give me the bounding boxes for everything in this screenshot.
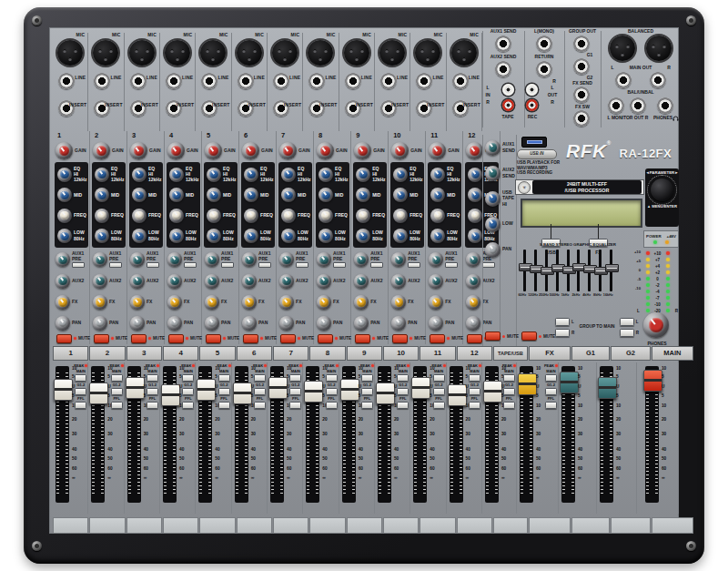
- aux2-knob[interactable]: [130, 274, 145, 289]
- eq-hi-knob[interactable]: [430, 168, 445, 182]
- fx-send-knob[interactable]: [56, 295, 70, 310]
- aux1-knob[interactable]: [429, 252, 443, 267]
- eq-low-knob[interactable]: [393, 229, 408, 243]
- aux1-knob[interactable]: [391, 252, 406, 267]
- tape-aux1-knob[interactable]: [485, 140, 500, 156]
- mute-button[interactable]: [243, 334, 258, 343]
- gain-knob[interactable]: [466, 142, 483, 159]
- eq-low-knob[interactable]: [281, 229, 296, 243]
- pre-button[interactable]: [408, 262, 420, 268]
- eq-hi-knob[interactable]: [318, 168, 333, 182]
- fx-mute-button[interactable]: [521, 331, 537, 341]
- aux1-knob[interactable]: [242, 252, 257, 267]
- fx-send-knob[interactable]: [130, 295, 145, 310]
- pre-button[interactable]: [296, 262, 308, 268]
- pre-button[interactable]: [184, 262, 197, 268]
- fader-handle[interactable]: [340, 379, 359, 401]
- pre-button[interactable]: [258, 262, 271, 268]
- channel-pfl-button[interactable]: [218, 402, 230, 409]
- eq-mid-knob[interactable]: [132, 188, 147, 202]
- pre-button[interactable]: [72, 262, 85, 268]
- channel-route-main-button[interactable]: [326, 374, 338, 382]
- gain-knob[interactable]: [242, 142, 259, 159]
- fader-handle[interactable]: [304, 381, 323, 403]
- eq-low-knob[interactable]: [244, 229, 258, 243]
- pan-knob[interactable]: [354, 316, 369, 331]
- pan-knob[interactable]: [279, 316, 294, 331]
- eq-mid-freq-knob[interactable]: [356, 209, 370, 223]
- channel-route-g12-button[interactable]: [289, 388, 301, 395]
- geq-slider-track[interactable]: [577, 250, 580, 291]
- fx-send-knob[interactable]: [205, 295, 219, 310]
- eq-hi-knob[interactable]: [468, 168, 482, 182]
- eq-hi-knob[interactable]: [207, 168, 221, 182]
- eq-low-knob[interactable]: [207, 229, 221, 243]
- eq-mid-knob[interactable]: [207, 188, 221, 202]
- g2-to-main-r-button[interactable]: [620, 329, 634, 337]
- eq-mid-freq-knob[interactable]: [169, 209, 184, 223]
- channel-pfl-button[interactable]: [326, 402, 338, 409]
- eq-low-knob[interactable]: [132, 229, 147, 243]
- tape-low-knob[interactable]: [485, 217, 500, 232]
- channel-pfl-button[interactable]: [469, 402, 480, 409]
- fx-send-knob[interactable]: [354, 295, 369, 310]
- eq-hi-knob[interactable]: [57, 168, 72, 182]
- eq-mid-knob[interactable]: [281, 188, 296, 202]
- pre-button[interactable]: [445, 262, 458, 268]
- geq-slider-track[interactable]: [523, 250, 526, 291]
- geq-slider-track[interactable]: [610, 250, 612, 291]
- eq-mid-knob[interactable]: [169, 188, 184, 202]
- aux1-knob[interactable]: [93, 252, 107, 267]
- eq-low-knob[interactable]: [57, 229, 72, 243]
- channel-route-g12-button[interactable]: [361, 388, 373, 395]
- tape-usb-mute-button[interactable]: [485, 331, 500, 341]
- eq-mid-knob[interactable]: [393, 188, 408, 202]
- gain-knob[interactable]: [429, 142, 446, 159]
- pan-knob[interactable]: [317, 316, 331, 331]
- gain-knob[interactable]: [391, 142, 409, 159]
- eq-mid-knob[interactable]: [356, 188, 370, 202]
- geq-slider-handle[interactable]: [605, 264, 619, 272]
- channel-route-main-button[interactable]: [218, 374, 230, 382]
- channel-route-g12-button[interactable]: [433, 388, 445, 395]
- mute-button[interactable]: [206, 334, 221, 343]
- fader-handle[interactable]: [268, 377, 288, 399]
- pan-knob[interactable]: [130, 316, 145, 331]
- tape-pan-knob[interactable]: [485, 242, 500, 258]
- gain-knob[interactable]: [354, 142, 371, 159]
- eq-hi-knob[interactable]: [281, 168, 296, 182]
- pre-button[interactable]: [370, 262, 383, 268]
- channel-route-main-button[interactable]: [397, 374, 409, 382]
- eq-low-knob[interactable]: [468, 229, 482, 243]
- mute-button[interactable]: [280, 334, 296, 343]
- fader-handle[interactable]: [483, 381, 502, 403]
- fx-send-knob[interactable]: [93, 295, 107, 310]
- channel-route-g12-button[interactable]: [111, 388, 123, 395]
- aux2-knob[interactable]: [242, 274, 257, 289]
- aux1-knob[interactable]: [167, 252, 182, 267]
- aux2-knob[interactable]: [429, 274, 443, 289]
- aux1-knob[interactable]: [130, 252, 145, 267]
- channel-route-g12-button[interactable]: [469, 388, 480, 395]
- fader-handle[interactable]: [518, 373, 537, 395]
- channel-route-main-button[interactable]: [75, 374, 86, 382]
- channel-pfl-button[interactable]: [182, 402, 194, 409]
- channel-route-main-button[interactable]: [545, 374, 557, 382]
- eq-mid-freq-knob[interactable]: [95, 209, 109, 223]
- pan-knob[interactable]: [205, 316, 219, 331]
- geq-slider-track[interactable]: [545, 250, 548, 291]
- aux2-knob[interactable]: [167, 274, 182, 289]
- channel-route-g12-button[interactable]: [182, 388, 194, 395]
- fader-handle[interactable]: [448, 384, 467, 406]
- eq-mid-freq-knob[interactable]: [207, 209, 221, 223]
- g1-to-main-l-button[interactable]: [555, 318, 570, 326]
- channel-pfl-button[interactable]: [545, 402, 557, 409]
- channel-route-g12-button[interactable]: [75, 388, 86, 395]
- pre-button[interactable]: [221, 262, 234, 268]
- eq-low-knob[interactable]: [430, 229, 445, 243]
- fader-handle[interactable]: [89, 382, 108, 404]
- pan-knob[interactable]: [391, 316, 406, 331]
- fx-send-knob[interactable]: [317, 295, 331, 310]
- fx-send-knob[interactable]: [391, 295, 406, 310]
- eq-hi-knob[interactable]: [244, 168, 258, 182]
